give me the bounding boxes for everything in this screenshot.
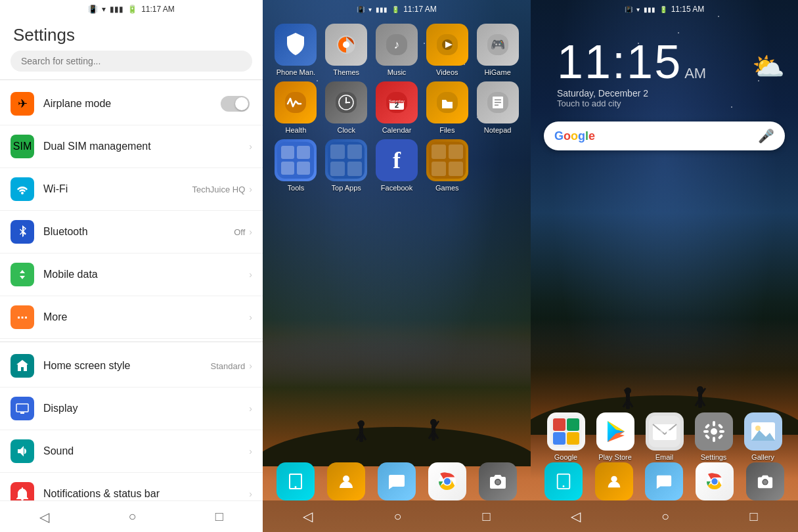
svg-rect-37	[347, 144, 362, 159]
app-tools[interactable]: Tools	[273, 139, 319, 192]
svg-rect-76	[567, 418, 579, 431]
settings-item-airplane[interactable]: ✈ Airplane mode	[0, 83, 263, 125]
dock-camera[interactable]	[479, 462, 517, 500]
bluetooth-label: Bluetooth	[43, 226, 88, 237]
videos-icon	[426, 24, 468, 66]
settings-item-notifications[interactable]: Notifications & status bar ›	[0, 473, 263, 500]
clock-time-display: 11:15	[557, 38, 682, 85]
settings-item-display[interactable]: Display ›	[0, 388, 263, 430]
svg-point-18	[345, 102, 347, 104]
airplane-toggle[interactable]	[221, 96, 250, 112]
games-icon	[426, 139, 468, 181]
signal-icon: ▮▮▮	[110, 5, 123, 14]
settings-bottom-nav: ◁ ○ □	[0, 500, 263, 532]
dualsim-icon: SIM	[11, 135, 34, 158]
google-mic-icon[interactable]: 🎤	[758, 128, 774, 144]
phone-man-icon	[275, 24, 317, 66]
google-label: Google	[554, 453, 577, 461]
app-health[interactable]: Health	[273, 81, 319, 134]
dock-email[interactable]: Email	[646, 412, 684, 461]
settings-item-homescreen[interactable]: Home screen style Standard ›	[0, 345, 263, 388]
weather-icon: ⛅	[752, 51, 785, 82]
dualsim-chevron: ›	[249, 141, 252, 152]
tools-label: Tools	[288, 184, 305, 192]
app-files[interactable]: Files	[424, 81, 470, 134]
dock-settings[interactable]: Settings	[695, 412, 733, 461]
home1-time: 11:17 AM	[403, 5, 437, 14]
svg-text:Saturday: Saturday	[389, 99, 405, 103]
home1-home-btn[interactable]: ○	[393, 509, 401, 524]
gallery-label: Gallery	[751, 453, 774, 461]
settings-back-btn[interactable]: ◁	[39, 509, 49, 525]
h2-wifi-icon: ▾	[636, 6, 640, 13]
app-phone-man[interactable]: Phone Man.	[273, 24, 319, 76]
clock-widget[interactable]: 11:15 AM Saturday, December 2 Touch to a…	[531, 18, 798, 115]
app-themes[interactable]: Themes	[324, 24, 369, 76]
files-icon	[426, 81, 468, 123]
settings-item-dualsim[interactable]: SIM Dual SIM management ›	[0, 125, 263, 168]
settings-app-label: Settings	[701, 453, 727, 461]
app-calendar[interactable]: 2 Saturday Calendar	[374, 81, 420, 134]
top-apps-label: Top Apps	[332, 184, 361, 192]
homescreen-label: Home screen style	[43, 360, 131, 371]
svg-rect-85	[713, 421, 715, 426]
silhouette-1	[263, 335, 531, 466]
notifications-icon	[11, 482, 34, 500]
dock-messages[interactable]	[378, 462, 416, 500]
home1-recent-btn[interactable]: □	[482, 509, 490, 524]
dualsim-label: Dual SIM management	[43, 141, 151, 152]
h2-dock-messages[interactable]	[645, 462, 683, 500]
bluetooth-icon	[11, 220, 34, 244]
svg-rect-0	[16, 404, 28, 412]
dock-apps-row: Google	[531, 412, 798, 461]
h2-dock-camera[interactable]	[746, 462, 784, 500]
app-music[interactable]: ♪ Music	[374, 24, 420, 76]
calendar-label: Calendar	[382, 126, 412, 134]
home1-nav-bar: ◁ ○ □	[263, 500, 531, 532]
settings-item-bluetooth[interactable]: Bluetooth Off ›	[0, 211, 263, 254]
tools-icon	[275, 139, 317, 181]
settings-item-more[interactable]: ··· More ›	[0, 296, 263, 339]
home2-nav-bar: ◁ ○ □	[531, 500, 798, 532]
home2-home-btn[interactable]: ○	[661, 509, 669, 524]
h2-dock-phone[interactable]	[544, 462, 583, 500]
dock-chrome[interactable]	[428, 462, 466, 500]
home2-recent-btn[interactable]: □	[750, 509, 758, 524]
svg-rect-42	[449, 144, 463, 159]
settings-recent-btn[interactable]: □	[215, 509, 223, 524]
h2-dock-chrome[interactable]	[696, 462, 734, 500]
weather-area: ⛅	[752, 38, 785, 82]
dock-contacts[interactable]	[327, 462, 365, 500]
dock-gallery[interactable]: Gallery	[744, 412, 782, 461]
svg-rect-38	[330, 162, 345, 176]
app-games[interactable]: Games	[424, 139, 470, 192]
app-videos[interactable]: Videos	[424, 24, 470, 76]
app-facebook[interactable]: f Facebook	[374, 139, 420, 192]
app-higame[interactable]: 🎮 HiGame	[475, 24, 520, 76]
h2-dock-contacts[interactable]	[595, 462, 633, 500]
app-clock[interactable]: Clock	[324, 81, 369, 134]
videos-label: Videos	[436, 68, 458, 76]
settings-item-wifi[interactable]: Wi-Fi TechJuice HQ ›	[0, 168, 263, 211]
app-notepad[interactable]: Notepad	[475, 81, 520, 134]
settings-item-sound[interactable]: Sound ›	[0, 430, 263, 473]
wifi-icon: ▾	[102, 5, 106, 14]
homescreen-icon	[11, 354, 34, 378]
settings-item-mobiledata[interactable]: Mobile data ›	[0, 254, 263, 296]
dock-google[interactable]: Google	[547, 412, 585, 461]
app-top-apps[interactable]: Top Apps	[324, 139, 369, 192]
google-search-bar[interactable]: Google 🎤	[544, 122, 785, 150]
settings-home-btn[interactable]: ○	[128, 509, 136, 524]
settings-search-input[interactable]	[11, 51, 252, 72]
home1-back-btn[interactable]: ◁	[303, 508, 313, 524]
h1-vibrate-icon: 📳	[357, 6, 365, 13]
sound-label: Sound	[43, 445, 74, 456]
h1-battery-icon: 🔋	[391, 6, 399, 13]
settings-title: Settings	[0, 18, 263, 51]
bluetooth-chevron: ›	[249, 227, 252, 237]
svg-rect-75	[553, 418, 565, 431]
dock-play-store[interactable]: Play Store	[596, 412, 634, 461]
dock-phone[interactable]	[277, 462, 315, 500]
home2-back-btn[interactable]: ◁	[571, 508, 581, 524]
clock-time-area: 11:15 AM Saturday, December 2 Touch to a…	[557, 38, 739, 108]
